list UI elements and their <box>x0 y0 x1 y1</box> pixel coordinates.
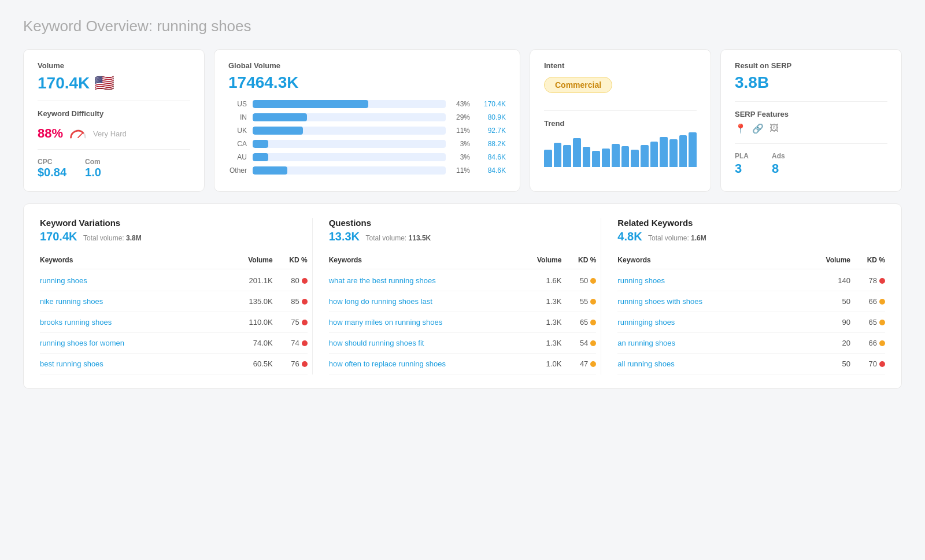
kd-cell: 50 <box>561 276 596 285</box>
keyword-link[interactable]: how should running shoes fit <box>329 339 516 347</box>
bar-vol[interactable]: 170.4K <box>476 100 506 108</box>
kd-row: Keyword Difficulty <box>38 109 190 118</box>
trend-bar <box>631 150 639 167</box>
pla-label: PLA <box>735 152 749 160</box>
trend-chart <box>544 132 697 167</box>
bar-track <box>253 100 446 108</box>
kd-dot <box>302 361 308 367</box>
related-keywords-section: Related Keywords 4.8K Total volume: 1.6M… <box>601 218 885 374</box>
bar-track <box>253 153 446 161</box>
kd-cell: 54 <box>561 339 596 347</box>
keyword-link[interactable]: how long do running shoes last <box>329 297 516 306</box>
bar-track <box>253 127 446 135</box>
rk-count: 4.8K <box>617 230 642 243</box>
keyword-link[interactable]: all running shoes <box>617 359 804 368</box>
trend-bar <box>612 144 620 167</box>
trend-bar <box>660 137 668 167</box>
volume-cell: 1.3K <box>515 318 561 327</box>
kd-cell: 80 <box>273 276 308 285</box>
keyword-link[interactable]: runninging shoes <box>617 318 804 327</box>
volume-cell: 20 <box>804 339 850 347</box>
table-row: running shoes 201.1K 80 <box>40 270 308 291</box>
bar-vol[interactable]: 92.7K <box>476 127 506 135</box>
trend-bar <box>592 151 600 167</box>
rk-total: Total volume: 1.6M <box>648 234 706 242</box>
kd-dot <box>302 299 308 305</box>
title-bold: Keyword Overview: <box>23 17 153 35</box>
kd-cell: 76 <box>273 359 308 368</box>
cpc-value: $0.84 <box>38 166 66 179</box>
keyword-link[interactable]: how often to replace running shoes <box>329 359 516 368</box>
bar-row: AU 3% 84.6K <box>228 153 506 161</box>
bar-pct: 3% <box>452 140 470 148</box>
bar-vol[interactable]: 84.6K <box>476 166 506 175</box>
intent-badge: Commercial <box>544 77 612 93</box>
table-row: what are the best running shoes 1.6K 50 <box>329 270 597 291</box>
kv-meta: 170.4K Total volume: 3.8M <box>40 230 308 243</box>
kd-dot <box>879 278 885 284</box>
keyword-link[interactable]: an running shoes <box>617 339 804 347</box>
questions-section: Questions 13.3K Total volume: 113.5K Key… <box>312 218 597 374</box>
table-row: how should running shoes fit 1.3K 54 <box>329 333 597 354</box>
bar-vol[interactable]: 84.6K <box>476 153 506 161</box>
keyword-link[interactable]: what are the best running shoes <box>329 276 516 285</box>
kd-cell: 65 <box>850 318 885 327</box>
serp-value: 3.8B <box>735 73 887 92</box>
rk-meta: 4.8K Total volume: 1.6M <box>617 230 885 243</box>
bar-fill <box>253 153 268 161</box>
com-item: Com 1.0 <box>85 158 101 179</box>
q-col-kw: Keywords <box>329 256 516 264</box>
rk-title: Related Keywords <box>617 218 885 228</box>
trend-bar <box>602 149 610 167</box>
trend-bar <box>621 146 630 167</box>
keyword-link[interactable]: running shoes with shoes <box>617 297 804 306</box>
kd-text: Very Hard <box>93 129 127 138</box>
trend-bar <box>573 138 581 167</box>
kd-cell: 75 <box>273 318 308 327</box>
rk-total-value: 1.6M <box>691 234 706 242</box>
kd-dot <box>590 278 596 284</box>
keyword-link[interactable]: best running shoes <box>40 359 227 368</box>
keyword-link[interactable]: running shoes <box>40 276 227 285</box>
q-total: Total volume: 113.5K <box>366 234 431 242</box>
volume-flag: 🇺🇸 <box>94 74 114 92</box>
bar-pct: 29% <box>452 113 470 121</box>
rk-col-kw: Keywords <box>617 256 804 264</box>
cpc-row: CPC $0.84 Com 1.0 <box>38 158 190 179</box>
volume-cell: 135.0K <box>227 297 273 306</box>
kv-col-vol: Volume <box>227 256 273 264</box>
trend-bar <box>554 143 562 167</box>
q-table-rows: what are the best running shoes 1.6K 50 … <box>329 270 597 374</box>
keyword-link[interactable]: running shoes <box>617 276 804 285</box>
q-meta: 13.3K Total volume: 113.5K <box>329 230 597 243</box>
kd-value: 88% <box>38 126 63 141</box>
rk-col-kd: KD % <box>850 256 885 264</box>
bar-vol[interactable]: 88.2K <box>476 140 506 148</box>
kv-table-rows: running shoes 201.1K 80 nike running sho… <box>40 270 308 374</box>
q-col-vol: Volume <box>515 256 561 264</box>
volume-label: Volume <box>38 61 190 70</box>
kd-dot <box>879 340 885 346</box>
bar-fill <box>253 113 307 121</box>
trend-bar <box>544 150 552 167</box>
bar-vol[interactable]: 80.9K <box>476 113 506 121</box>
keyword-link[interactable]: brooks running shoes <box>40 318 227 327</box>
kd-cell: 55 <box>561 297 596 306</box>
kv-title: Keyword Variations <box>40 218 308 228</box>
bar-country: Other <box>228 166 247 175</box>
ads-item: Ads 8 <box>772 152 785 176</box>
table-row: how long do running shoes last 1.3K 55 <box>329 291 597 312</box>
kv-col-kw: Keywords <box>40 256 227 264</box>
kd-dot <box>302 340 308 346</box>
bar-country: UK <box>228 127 247 135</box>
kd-arc-icon <box>69 128 87 139</box>
kd-dot <box>590 299 596 305</box>
cpc-label: CPC <box>38 158 66 166</box>
bar-fill <box>253 100 368 108</box>
keyword-link[interactable]: nike running shoes <box>40 297 227 306</box>
link-icon: 🔗 <box>752 123 764 134</box>
keyword-link[interactable]: running shoes for women <box>40 339 227 347</box>
table-row: an running shoes 20 66 <box>617 333 885 354</box>
volume-cell: 1.3K <box>515 297 561 306</box>
keyword-link[interactable]: how many miles on running shoes <box>329 318 516 327</box>
